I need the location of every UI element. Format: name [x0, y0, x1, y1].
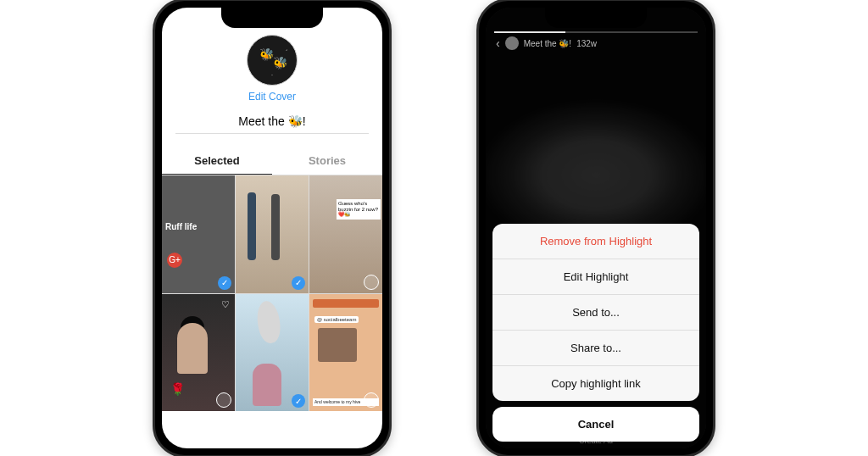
story-age: 132w	[576, 39, 597, 48]
selection-check-icon[interactable]	[364, 275, 379, 290]
story-progress-bar	[494, 31, 698, 33]
story-thumb[interactable]: ♡ 🌹	[162, 294, 235, 412]
selection-check-icon[interactable]: ✓	[292, 276, 305, 290]
phone-notch	[221, 8, 323, 28]
bee-icon: 🐝	[259, 47, 274, 61]
highlight-title-input[interactable]: Meet the 🐝!	[175, 114, 369, 134]
avatar[interactable]	[505, 36, 519, 50]
gplus-icon: G+	[167, 253, 182, 268]
story-thumb[interactable]: ✓	[236, 294, 309, 412]
selection-check-icon[interactable]: ✓	[292, 394, 305, 408]
story-thumb[interactable]: ✓	[236, 175, 309, 293]
action-send-to[interactable]: Send to...	[492, 294, 699, 330]
story-thumb[interactable]: @ socialbeeteam And welcome to my hive	[309, 294, 382, 412]
bee-icon: 🐝	[273, 56, 287, 70]
thumb-caption: Ruff life	[165, 222, 231, 231]
tab-stories[interactable]: Stories	[272, 147, 382, 175]
selection-check-icon[interactable]: ✓	[218, 276, 231, 290]
action-edit-highlight[interactable]: Edit Highlight	[492, 259, 699, 294]
heart-icon: ♡	[221, 299, 230, 310]
story-thumb[interactable]: Guess who's buzzin for 2 now? ❤️🐝	[309, 175, 382, 293]
action-share-to[interactable]: Share to...	[492, 330, 699, 365]
phone-story-actions: ‹ Meet the 🐝! 132w Create Ad Remove from…	[476, 0, 715, 456]
back-chevron-icon[interactable]: ‹	[496, 36, 500, 50]
highlight-cover[interactable]: 🐝 🐝	[247, 35, 298, 86]
story-source-tabs: Selected Stories	[162, 147, 382, 175]
story-thumb[interactable]: Ruff life G+ ✓	[162, 175, 235, 293]
thumb-caption: Guess who's buzzin for 2 now? ❤️🐝	[337, 199, 381, 220]
action-cancel[interactable]: Cancel	[492, 407, 699, 442]
edit-cover-link[interactable]: Edit Cover	[162, 91, 382, 103]
phone-edit-highlight: 🐝 🐝 Edit Cover Meet the 🐝! Selected Stor…	[153, 0, 392, 456]
selection-check-icon[interactable]	[216, 392, 231, 408]
story-header: ‹ Meet the 🐝! 132w	[496, 36, 696, 50]
tab-selected[interactable]: Selected	[162, 147, 272, 175]
edit-highlight-screen: 🐝 🐝 Edit Cover Meet the 🐝! Selected Stor…	[162, 8, 382, 448]
story-actions-screen: ‹ Meet the 🐝! 132w Create Ad Remove from…	[486, 8, 706, 448]
action-sheet: Remove from Highlight Edit Highlight Sen…	[492, 224, 699, 442]
action-remove-from-highlight[interactable]: Remove from Highlight	[492, 224, 699, 259]
stories-grid: Ruff life G+ ✓ ✓ Guess who's buzzin for …	[162, 175, 382, 411]
phone-notch	[545, 8, 647, 28]
story-title: Meet the 🐝!	[524, 39, 571, 48]
thumb-handle: @ socialbeeteam	[314, 316, 359, 323]
roses-icon: 🌹	[170, 382, 185, 396]
action-copy-link[interactable]: Copy highlight link	[492, 365, 699, 401]
